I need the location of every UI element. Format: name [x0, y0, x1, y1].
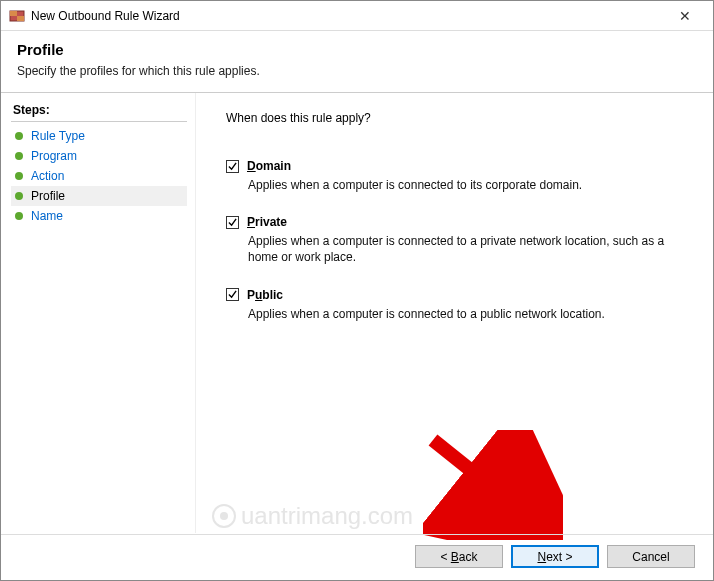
close-button[interactable]: ✕ [665, 8, 705, 24]
titlebar: New Outbound Rule Wizard ✕ [1, 1, 713, 31]
content-area: Steps: Rule Type Program Action Profile … [1, 93, 713, 533]
back-button[interactable]: < Back [415, 545, 503, 568]
domain-desc: Applies when a computer is connected to … [248, 177, 668, 193]
bullet-icon [15, 132, 23, 140]
step-rule-type[interactable]: Rule Type [11, 126, 187, 146]
step-label: Program [31, 149, 77, 163]
bullet-icon [15, 172, 23, 180]
step-label: Rule Type [31, 129, 85, 143]
step-label: Name [31, 209, 63, 223]
domain-checkbox[interactable] [226, 160, 239, 173]
steps-heading: Steps: [11, 101, 187, 122]
bullet-icon [15, 152, 23, 160]
page-subtitle: Specify the profiles for which this rule… [17, 64, 697, 78]
steps-sidebar: Steps: Rule Type Program Action Profile … [1, 93, 196, 533]
option-domain: Domain Applies when a computer is connec… [226, 159, 683, 193]
wizard-header: Profile Specify the profiles for which t… [1, 31, 713, 92]
window-title: New Outbound Rule Wizard [31, 9, 665, 23]
bullet-icon [15, 192, 23, 200]
step-action[interactable]: Action [11, 166, 187, 186]
next-button[interactable]: Next > [511, 545, 599, 568]
cancel-button[interactable]: Cancel [607, 545, 695, 568]
step-profile[interactable]: Profile [11, 186, 187, 206]
public-checkbox[interactable] [226, 288, 239, 301]
wizard-footer: < Back Next > Cancel [1, 534, 713, 568]
svg-rect-1 [10, 11, 17, 16]
step-label: Action [31, 169, 64, 183]
firewall-icon [9, 8, 25, 24]
private-desc: Applies when a computer is connected to … [248, 233, 668, 265]
domain-label: Domain [247, 159, 291, 173]
private-label: Private [247, 215, 287, 229]
main-panel: When does this rule apply? Domain Applie… [196, 93, 713, 533]
bullet-icon [15, 212, 23, 220]
public-label: Public [247, 288, 283, 302]
public-desc: Applies when a computer is connected to … [248, 306, 668, 322]
step-name[interactable]: Name [11, 206, 187, 226]
step-program[interactable]: Program [11, 146, 187, 166]
page-title: Profile [17, 41, 697, 58]
step-label: Profile [31, 189, 65, 203]
svg-rect-2 [17, 16, 24, 21]
question-text: When does this rule apply? [226, 111, 683, 125]
private-checkbox[interactable] [226, 216, 239, 229]
option-private: Private Applies when a computer is conne… [226, 215, 683, 265]
option-public: Public Applies when a computer is connec… [226, 288, 683, 322]
